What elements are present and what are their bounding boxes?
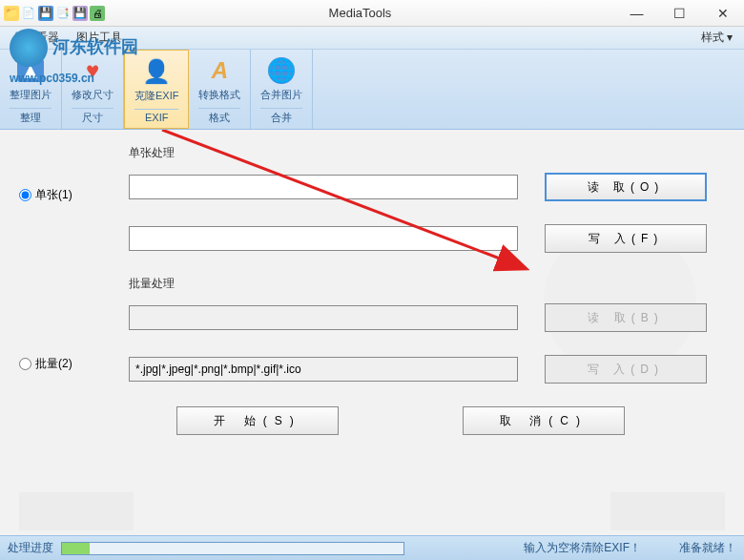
qat-icon-5[interactable]: 💾 [72, 6, 88, 21]
maximize-button[interactable]: ☐ [658, 0, 701, 27]
qat-icon-2[interactable]: 📄 [21, 6, 36, 21]
qat-icon-6[interactable]: 🖨 [90, 6, 105, 21]
user-icon: 👤 [141, 56, 172, 87]
batch-source-input [129, 305, 518, 330]
start-button[interactable]: 开 始(S) [176, 406, 339, 435]
watermark-overlay: 河东软件园 www.pc0359.cn [10, 29, 138, 87]
statusbar: 处理进度 输入为空将清除EXIF！ 准备就绪！ [0, 535, 744, 560]
font-icon: A [204, 55, 235, 86]
watermark-text: 河东软件园 [52, 37, 138, 56]
globe-icon: 🌐 [266, 55, 297, 86]
write-button-batch: 写 入(D) [545, 355, 707, 384]
ribbon-convert[interactable]: A 转换格式 格式 [189, 50, 251, 129]
qat-icon-3[interactable]: 💾 [38, 6, 53, 21]
radio-batch-input[interactable] [19, 358, 31, 370]
cancel-button[interactable]: 取 消(C) [463, 406, 625, 435]
main-content: 单张(1) 批量(2) 单张处理 读 取(O) 写 入(F) 批量处理 读 取(… [0, 130, 744, 535]
progress-bar [61, 542, 404, 555]
qat-icon-1[interactable]: 📁 [4, 6, 19, 21]
window-controls: — ☐ ✕ [615, 0, 744, 27]
single-source-input[interactable] [129, 175, 518, 199]
style-dropdown[interactable]: 样式 ▾ [701, 30, 744, 46]
minimize-button[interactable]: — [615, 0, 658, 27]
read-button-batch: 读 取(B) [545, 303, 707, 332]
radio-batch[interactable]: 批量(2) [19, 356, 72, 372]
write-button-single[interactable]: 写 入(F) [545, 224, 707, 253]
batch-section-label: 批量处理 [129, 276, 725, 292]
single-target-input[interactable] [129, 226, 518, 251]
window-title: MediaTools [105, 6, 615, 20]
watermark-logo [10, 29, 48, 67]
status-hint: 输入为空将清除EXIF！ [524, 540, 641, 556]
single-section-label: 单张处理 [129, 145, 725, 161]
read-button-single[interactable]: 读 取(O) [545, 173, 707, 201]
radio-single[interactable]: 单张(1) [19, 187, 72, 203]
quick-access-toolbar: 📁 📄 💾 📑 💾 🖨 [0, 6, 105, 21]
watermark-url: www.pc0359.cn [10, 72, 94, 85]
progress-label: 处理进度 [8, 540, 53, 556]
status-ready: 准备就绪！ [679, 540, 736, 556]
titlebar: 📁 📄 💾 📑 💾 🖨 MediaTools — ☐ ✕ [0, 0, 744, 27]
close-button[interactable]: ✕ [701, 0, 744, 27]
qat-icon-4[interactable]: 📑 [55, 6, 71, 21]
ribbon-merge[interactable]: 🌐 合并图片 合并 [251, 50, 313, 129]
batch-filter-input [129, 357, 518, 382]
radio-single-input[interactable] [19, 189, 31, 201]
